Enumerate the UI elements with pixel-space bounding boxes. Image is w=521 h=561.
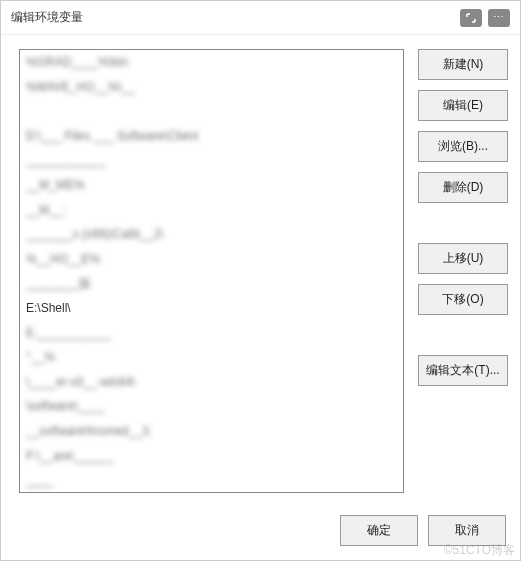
moveup-button[interactable]: 上移(U) [418, 243, 508, 274]
list-item[interactable]: E:\Shell\ [20, 296, 403, 321]
footer: 确定 取消 [1, 501, 520, 560]
path-list[interactable]: %GRAD____%\bin%MAVE_HO__%\__ D:\___ File… [19, 49, 404, 493]
browse-button[interactable]: 浏览(B)... [418, 131, 508, 162]
list-item[interactable]: %__HO__E% [20, 247, 403, 272]
edit-button[interactable]: 编辑(E) [418, 90, 508, 121]
edittext-button[interactable]: 编辑文本(T)... [418, 355, 508, 386]
list-item[interactable]: \software\____ [20, 394, 403, 419]
list-item[interactable]: %MAVE_HO__%\__ [20, 75, 403, 100]
title-bar-controls: ⋯ [460, 9, 510, 27]
more-icon[interactable]: ⋯ [488, 9, 510, 27]
new-button[interactable]: 新建(N) [418, 49, 508, 80]
title-bar: 编辑环境变量 ⋯ [1, 1, 520, 35]
list-item[interactable]: °__% [20, 345, 403, 370]
list-item[interactable]: E.___________ [20, 321, 403, 346]
movedown-button[interactable]: 下移(O) [418, 284, 508, 315]
cancel-button[interactable]: 取消 [428, 515, 506, 546]
list-item[interactable]: ____________ [20, 148, 403, 173]
env-var-dialog: 编辑环境变量 ⋯ %GRAD____%\bin%MAVE_HO__%\__ D:… [0, 0, 521, 561]
list-item[interactable]: __software\hromed__3. [20, 419, 403, 444]
delete-button[interactable]: 删除(D) [418, 172, 508, 203]
list-item[interactable]: D:\___ Files ___ Software\Client [20, 124, 403, 149]
list-item[interactable]: \____er-v0__-win64\ [20, 370, 403, 395]
list-item[interactable]: ____ [20, 468, 403, 493]
ok-button[interactable]: 确定 [340, 515, 418, 546]
list-item[interactable]: F:\__are\______ [20, 444, 403, 469]
dialog-title: 编辑环境变量 [11, 9, 83, 26]
expand-icon[interactable] [460, 9, 482, 27]
list-item[interactable]: _______s (x86)\Calib__2\ [20, 222, 403, 247]
list-item[interactable]: %GRAD____%\bin [20, 50, 403, 75]
main-area: %GRAD____%\bin%MAVE_HO__%\__ D:\___ File… [1, 35, 520, 501]
list-item[interactable]: ________版 [20, 271, 403, 296]
list-item[interactable]: __M_ME% [20, 173, 403, 198]
side-buttons: 新建(N) 编辑(E) 浏览(B)... 删除(D) 上移(U) 下移(O) 编… [418, 49, 508, 501]
list-item[interactable]: __M__: [20, 198, 403, 223]
list-item[interactable] [20, 99, 403, 124]
